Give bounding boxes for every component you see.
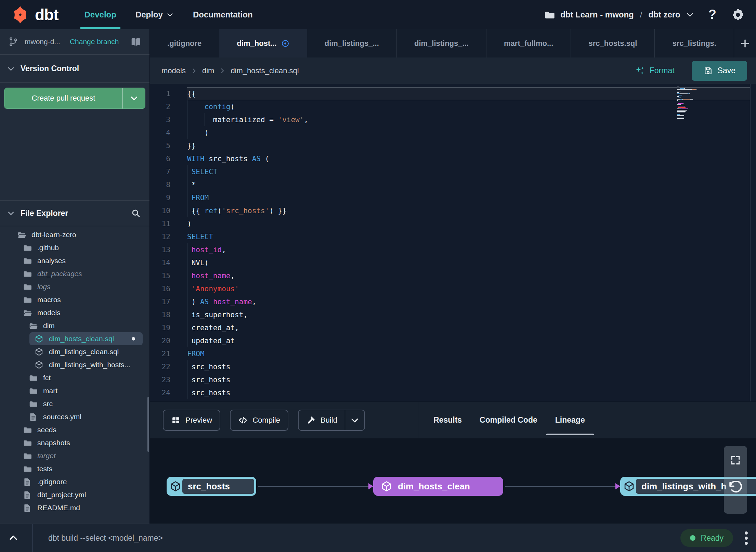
kebab-menu-icon[interactable] <box>745 531 748 545</box>
file-tree-item-dim-listings-with-hosts-[interactable]: dim_listings_with_hosts... <box>0 358 149 371</box>
file-tree-item-sources-yml[interactable]: sources.yml <box>0 410 149 423</box>
new-tab-button[interactable] <box>734 29 756 57</box>
editor-tab-dim-listings-[interactable]: dim_listings_... <box>307 29 397 57</box>
minimap[interactable] <box>677 87 705 119</box>
preview-button[interactable]: Preview <box>163 410 220 431</box>
file-tree-item-label: dim <box>43 322 55 330</box>
editor-tab-mart-fullmo-[interactable]: mart_fullmo... <box>486 29 571 57</box>
code-line-8[interactable]: 8 * <box>150 178 756 191</box>
pane-tab-compiled-code[interactable]: Compiled Code <box>480 402 537 438</box>
code-line-11[interactable]: 11) <box>150 217 756 230</box>
file-tree-item-mart[interactable]: mart <box>0 384 149 397</box>
editor-tab-dim-listings-[interactable]: dim_listings_... <box>397 29 486 57</box>
lineage-node-src-hosts[interactable]: src_hosts <box>167 477 256 496</box>
editor-tab-dim-host-[interactable]: dim_host... <box>219 29 307 57</box>
docs-book-icon[interactable] <box>130 36 141 47</box>
file-tree-item--gitignore[interactable]: .gitignore <box>0 475 149 488</box>
code-line-10[interactable]: 10 {{ ref('src_hosts') }} <box>150 204 756 217</box>
code-line-15[interactable]: 15 host_name, <box>150 269 756 282</box>
code-line-19[interactable]: 19 created_at, <box>150 321 756 334</box>
file-tree-item-src[interactable]: src <box>0 397 149 410</box>
save-button[interactable]: Save <box>692 61 747 81</box>
chevron-down-icon <box>7 65 15 73</box>
code-line-23[interactable]: 23 src_hosts <box>150 373 756 386</box>
folder-icon <box>23 438 32 447</box>
folder-icon <box>23 256 32 265</box>
create-pull-request-caret[interactable] <box>122 88 145 108</box>
command-input[interactable]: dbt build --select <model_name> <box>48 534 163 543</box>
file-tree-item-readme-md[interactable]: README.md <box>0 501 149 514</box>
file-tree-item-dim-listings-clean-sql[interactable]: dim_listings_clean.sql <box>0 345 149 358</box>
code-line-16[interactable]: 16 'Anonymous' <box>150 282 756 295</box>
file-tree-item-models[interactable]: models <box>0 306 149 319</box>
code-line-20[interactable]: 20 updated_at <box>150 334 756 347</box>
editor-tab-src-hosts-sql[interactable]: src_hosts.sql <box>571 29 655 57</box>
breadcrumb-item[interactable]: dim <box>202 66 214 75</box>
breadcrumb-item[interactable]: models <box>161 66 186 75</box>
build-button[interactable]: Build <box>298 410 365 431</box>
version-control-header[interactable]: Version Control <box>0 55 149 83</box>
editor-tab-label: dim_listings_... <box>414 39 469 48</box>
file-tree-item-analyses[interactable]: analyses <box>0 254 149 267</box>
help-icon[interactable]: ? <box>707 7 718 22</box>
search-icon[interactable] <box>131 208 141 218</box>
file-tree-item-dbt-project-yml[interactable]: dbt_project.yml <box>0 488 149 501</box>
sidebar-scrollbar[interactable] <box>147 397 149 452</box>
file-tree-item-dbt-packages[interactable]: dbt_packages <box>0 267 149 280</box>
change-branch-link[interactable]: Change branch <box>70 38 119 46</box>
code-line-24[interactable]: 24 src_hosts <box>150 386 756 399</box>
code-line-9[interactable]: 9 FROM <box>150 191 756 204</box>
fullscreen-icon[interactable] <box>730 455 741 466</box>
code-line-6[interactable]: 6WITH src_hosts AS ( <box>150 152 756 165</box>
pane-tab-results[interactable]: Results <box>433 402 462 438</box>
file-tree-item-dim-hosts-clean-sql[interactable]: dim_hosts_clean.sql <box>29 332 143 345</box>
expand-command-bar-icon[interactable] <box>8 533 18 543</box>
code-line-5[interactable]: 5}} <box>150 139 756 152</box>
code-line-14[interactable]: 14 NVL( <box>150 256 756 269</box>
nav-item-deploy[interactable]: Deploy <box>126 0 183 29</box>
code-line-12[interactable]: 12SELECT <box>150 230 756 243</box>
file-tree-item-logs[interactable]: logs <box>0 280 149 293</box>
line-number: 7 <box>150 165 170 178</box>
file-tree-item-dim[interactable]: dim <box>0 319 149 332</box>
lineage-graph[interactable]: src_hostsdim_hosts_cleandim_listings_wit… <box>150 438 756 524</box>
breadcrumb-item[interactable]: dim_hosts_clean.sql <box>231 66 299 75</box>
file-tree-item-snapshots[interactable]: snapshots <box>0 436 149 449</box>
file-tree-item-dbt-learn-zero[interactable]: dbt-learn-zero <box>0 228 149 241</box>
nav-item-develop[interactable]: Develop <box>75 0 126 29</box>
refresh-icon[interactable] <box>728 481 743 495</box>
file-tree-item--github[interactable]: .github <box>0 241 149 254</box>
dbt-logo[interactable]: dbt <box>0 0 58 29</box>
project-picker[interactable]: dbt Learn - mwong / dbt zero <box>544 9 694 20</box>
code-line-7[interactable]: 7 SELECT <box>150 165 756 178</box>
code-line-2[interactable]: 2 config( <box>150 100 756 113</box>
file-tree-item-seeds[interactable]: seeds <box>0 423 149 436</box>
file-explorer-header[interactable]: File Explorer <box>0 200 149 226</box>
breadcrumb-separator-icon <box>191 67 197 74</box>
code-editor[interactable]: 1{{2 config(3 materialized = 'view',4 )5… <box>150 84 756 401</box>
nav-item-documentation[interactable]: Documentation <box>183 0 262 29</box>
editor-tab-src-listings-[interactable]: src_listings. <box>655 29 734 57</box>
code-line-3[interactable]: 3 materialized = 'view', <box>150 113 756 126</box>
settings-gear-icon[interactable] <box>731 8 744 22</box>
build-dropdown-caret[interactable] <box>345 410 364 430</box>
code-line-18[interactable]: 18 is_superhost, <box>150 308 756 321</box>
code-line-4[interactable]: 4 ) <box>150 126 756 139</box>
format-button[interactable]: Format <box>635 66 675 76</box>
compile-button[interactable]: Compile <box>230 410 288 431</box>
code-line-17[interactable]: 17 ) AS host_name, <box>150 295 756 308</box>
editor-tab--gitignore[interactable]: .gitignore <box>150 29 219 57</box>
file-tree-item-macros[interactable]: macros <box>0 293 149 306</box>
file-tree-item-target[interactable]: target <box>0 449 149 462</box>
create-pull-request-button[interactable]: Create pull request <box>4 88 122 108</box>
file-tree-item-fct[interactable]: fct <box>0 371 149 384</box>
file-tree-item-tests[interactable]: tests <box>0 462 149 475</box>
editor-scrollbar[interactable] <box>750 84 751 401</box>
code-line-1[interactable]: 1{{ <box>150 87 756 100</box>
code-line-13[interactable]: 13 host_id, <box>150 243 756 256</box>
pane-tab-lineage[interactable]: Lineage <box>555 402 585 438</box>
code-line-21[interactable]: 21FROM <box>150 347 756 360</box>
lineage-node-dim-hosts-clean[interactable]: dim_hosts_clean <box>373 477 503 496</box>
code-text: ) <box>187 217 751 230</box>
code-line-22[interactable]: 22 src_hosts <box>150 360 756 373</box>
